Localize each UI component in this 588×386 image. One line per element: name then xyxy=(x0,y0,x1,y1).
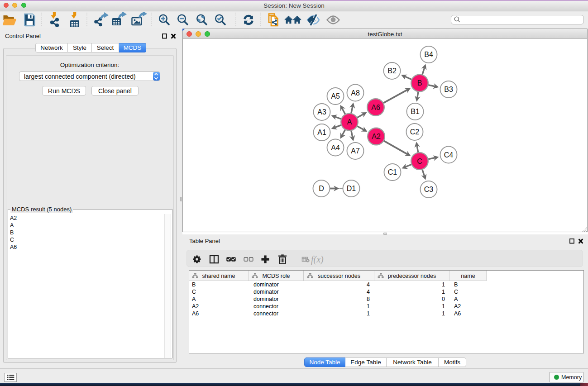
svg-text:D1: D1 xyxy=(347,185,356,192)
svg-text:C3: C3 xyxy=(424,186,434,193)
svg-text:A8: A8 xyxy=(351,89,360,97)
svg-text:C: C xyxy=(417,157,422,165)
svg-text:A3: A3 xyxy=(317,108,326,116)
svg-text:A5: A5 xyxy=(331,92,340,100)
svg-text:A1: A1 xyxy=(317,129,326,136)
svg-text:A6: A6 xyxy=(371,104,380,111)
svg-text:B1: B1 xyxy=(411,108,420,115)
svg-text:C4: C4 xyxy=(444,151,454,159)
svg-text:C2: C2 xyxy=(410,128,420,136)
svg-text:B: B xyxy=(417,79,422,87)
svg-text:B4: B4 xyxy=(424,51,433,58)
svg-text:A4: A4 xyxy=(331,144,340,152)
svg-text:A7: A7 xyxy=(351,147,360,155)
svg-text:A2: A2 xyxy=(372,133,381,140)
svg-text:A: A xyxy=(347,118,352,126)
svg-text:D: D xyxy=(319,185,324,192)
svg-text:B2: B2 xyxy=(387,67,397,75)
svg-text:B3: B3 xyxy=(444,86,453,93)
svg-text:C1: C1 xyxy=(388,168,397,176)
